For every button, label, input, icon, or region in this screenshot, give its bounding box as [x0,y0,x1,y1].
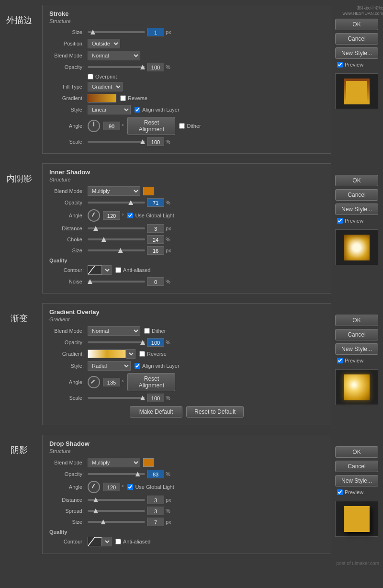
ds-preview-image [344,506,370,532]
is-antialias[interactable] [115,267,121,273]
go-gradient-select[interactable] [126,349,135,359]
ds-contour-row: Contour: Anti-aliased [49,537,324,546]
ds-cancel-button[interactable]: Cancel [335,461,378,472]
ds-angle-value[interactable]: 120 [103,483,120,491]
ds-size-row: Size: 7 px [49,518,324,526]
ds-blend-select[interactable]: MultiplyNormal [88,458,140,467]
overprint-checkbox[interactable] [88,74,93,79]
is-contour-select[interactable] [102,265,112,275]
is-contour-box[interactable] [88,265,102,275]
go-preview-checkbox[interactable] [337,358,343,363]
go-scale-value[interactable]: 100 [147,394,164,402]
go-scale-slider[interactable] [88,397,145,399]
blend-mode-select[interactable]: NormalMultiply [88,51,140,60]
is-size-row: Size: 16 px [49,246,324,255]
is-noise-slider[interactable] [88,281,145,283]
go-angle-value[interactable]: 135 [103,378,120,386]
go-opacity-row: Opacity: 100 % [49,338,324,347]
ds-contour-select[interactable] [102,537,112,546]
go-preview-image [344,374,370,400]
go-gradient-swatch[interactable] [88,350,126,358]
go-reset-btn[interactable]: Reset Alignment [127,373,175,391]
reverse-checkbox[interactable] [120,95,126,101]
is-opacity-value[interactable]: 71 [147,198,164,207]
make-default-btn[interactable]: Make Default [130,406,182,418]
ds-opacity-row: Opacity: 83 % [49,470,324,478]
is-angle-dial[interactable] [88,209,100,222]
go-style-select[interactable]: RadialLinearAngle [88,361,131,371]
style-row: Style: LinearRadialAngle Align with Laye… [49,105,324,114]
ds-opacity-slider[interactable] [88,473,145,475]
is-preview-checkbox[interactable] [337,218,343,224]
go-gradient-row: Gradient: Reverse [49,349,324,359]
ds-contour-box[interactable] [88,537,102,546]
is-noise-value[interactable]: 0 [147,277,164,286]
dither-checkbox[interactable] [179,123,185,129]
ds-angle-dial[interactable] [88,481,100,493]
drop-shadow-preview [335,501,378,537]
go-blend-select[interactable]: NormalMultiply [88,326,140,336]
stroke-preview [335,73,378,109]
align-layer-checkbox[interactable] [135,107,140,113]
position-select[interactable]: OutsideInsideCenter [88,39,120,48]
cancel-button[interactable]: Cancel [335,33,378,45]
ds-new-style-button[interactable]: New Style... [335,475,378,486]
go-preview-row: Preview [337,358,383,363]
ds-preview-checkbox[interactable] [337,489,343,495]
go-align-layer[interactable] [135,363,140,369]
is-choke-value[interactable]: 24 [147,235,164,244]
is-size-value[interactable]: 16 [147,246,164,255]
size-slider[interactable] [88,31,145,33]
is-global-light[interactable] [127,213,133,218]
is-new-style-button[interactable]: New Style... [335,204,378,215]
opacity-value[interactable]: 100 [147,63,164,71]
style-select[interactable]: LinearRadialAngle [88,105,131,114]
ds-spread-slider[interactable] [88,510,145,512]
ds-size-slider[interactable] [88,521,145,523]
ds-global-light[interactable] [127,484,133,490]
size-value[interactable]: 1 [147,28,164,36]
angle-value[interactable]: 90 [103,122,120,130]
scale-slider[interactable] [88,141,145,143]
go-dither[interactable] [144,328,150,334]
ds-spread-value[interactable]: 3 [147,507,164,515]
reset-alignment-btn[interactable]: Reset Alignment [127,117,175,135]
is-choke-row: Choke: 24 % [49,235,324,244]
go-new-style-button[interactable]: New Style... [335,343,378,355]
reset-default-btn[interactable]: Reset to Default [186,406,244,418]
is-color-swatch[interactable] [143,187,154,195]
ds-opacity-value[interactable]: 83 [147,470,164,478]
go-blend-row: Blend Mode: NormalMultiply Dither [49,326,324,336]
is-blend-select[interactable]: MultiplyNormal [88,186,140,196]
ok-button[interactable]: OK [335,19,378,30]
fill-type-select[interactable]: GradientColorPattern [88,82,123,91]
ds-color-swatch[interactable] [143,458,154,467]
is-angle-value[interactable]: 120 [103,211,120,220]
ds-distance-value[interactable]: 3 [147,496,164,504]
is-cancel-button[interactable]: Cancel [335,189,378,201]
go-angle-dial[interactable] [88,376,100,388]
ds-distance-row: Distance: 3 px [49,496,324,504]
is-ok-button[interactable]: OK [335,175,378,186]
angle-dial[interactable] [88,120,100,132]
go-reverse[interactable] [139,351,145,357]
ds-size-value[interactable]: 7 [147,518,164,526]
preview-checkbox[interactable] [337,62,343,68]
is-distance-value[interactable]: 3 [147,224,164,233]
go-opacity-slider[interactable] [88,341,145,343]
opacity-slider[interactable] [88,66,145,68]
is-choke-slider[interactable] [88,238,145,240]
ds-antialias[interactable] [115,539,121,544]
is-distance-slider[interactable] [88,227,145,229]
new-style-button[interactable]: New Style... [335,47,378,59]
inner-shadow-label: 内阴影 [0,163,38,184]
ds-distance-slider[interactable] [88,499,145,501]
is-opacity-slider[interactable] [88,202,145,204]
go-cancel-button[interactable]: Cancel [335,329,378,340]
go-opacity-value[interactable]: 100 [147,338,164,347]
is-size-slider[interactable] [88,249,145,251]
go-ok-button[interactable]: OK [335,315,378,326]
ds-ok-button[interactable]: OK [335,446,378,458]
scale-value[interactable]: 100 [147,137,164,146]
gradient-swatch[interactable] [88,94,116,102]
